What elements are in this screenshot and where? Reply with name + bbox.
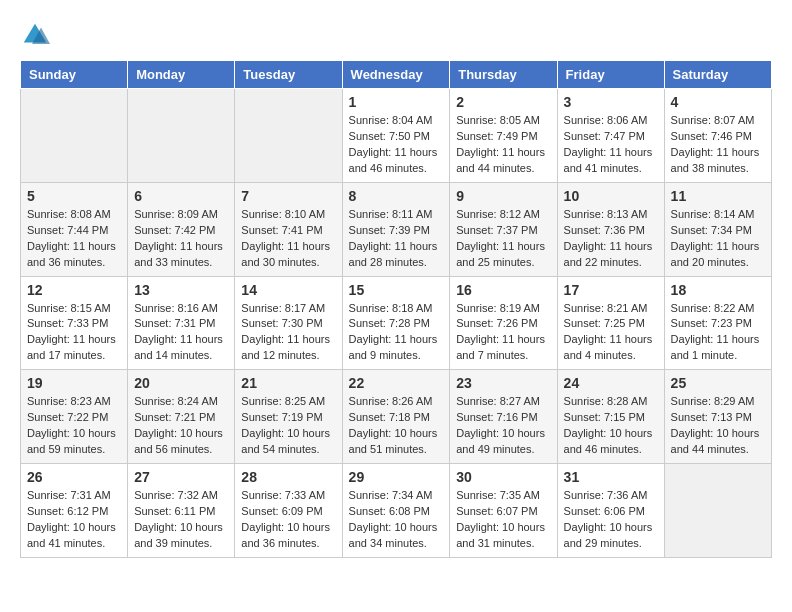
calendar-cell: 22Sunrise: 8:26 AMSunset: 7:18 PMDayligh…: [342, 370, 450, 464]
calendar-cell: 26Sunrise: 7:31 AMSunset: 6:12 PMDayligh…: [21, 464, 128, 558]
day-info: Sunrise: 8:05 AMSunset: 7:49 PMDaylight:…: [456, 113, 550, 177]
day-number: 26: [27, 469, 121, 485]
calendar-cell: [235, 89, 342, 183]
day-number: 31: [564, 469, 658, 485]
calendar-cell: 29Sunrise: 7:34 AMSunset: 6:08 PMDayligh…: [342, 464, 450, 558]
calendar-cell: 14Sunrise: 8:17 AMSunset: 7:30 PMDayligh…: [235, 276, 342, 370]
day-number: 22: [349, 375, 444, 391]
day-info: Sunrise: 8:26 AMSunset: 7:18 PMDaylight:…: [349, 394, 444, 458]
logo: [20, 20, 54, 50]
calendar-week-row: 26Sunrise: 7:31 AMSunset: 6:12 PMDayligh…: [21, 464, 772, 558]
day-number: 16: [456, 282, 550, 298]
day-info: Sunrise: 8:15 AMSunset: 7:33 PMDaylight:…: [27, 301, 121, 365]
calendar-cell: 5Sunrise: 8:08 AMSunset: 7:44 PMDaylight…: [21, 182, 128, 276]
day-number: 12: [27, 282, 121, 298]
calendar-cell: 27Sunrise: 7:32 AMSunset: 6:11 PMDayligh…: [128, 464, 235, 558]
day-info: Sunrise: 8:25 AMSunset: 7:19 PMDaylight:…: [241, 394, 335, 458]
column-header-thursday: Thursday: [450, 61, 557, 89]
calendar-week-row: 5Sunrise: 8:08 AMSunset: 7:44 PMDaylight…: [21, 182, 772, 276]
day-info: Sunrise: 7:36 AMSunset: 6:06 PMDaylight:…: [564, 488, 658, 552]
day-number: 13: [134, 282, 228, 298]
day-info: Sunrise: 8:04 AMSunset: 7:50 PMDaylight:…: [349, 113, 444, 177]
day-number: 3: [564, 94, 658, 110]
day-number: 1: [349, 94, 444, 110]
day-info: Sunrise: 8:09 AMSunset: 7:42 PMDaylight:…: [134, 207, 228, 271]
day-number: 4: [671, 94, 765, 110]
calendar-cell: 12Sunrise: 8:15 AMSunset: 7:33 PMDayligh…: [21, 276, 128, 370]
calendar-table: SundayMondayTuesdayWednesdayThursdayFrid…: [20, 60, 772, 558]
calendar-cell: 7Sunrise: 8:10 AMSunset: 7:41 PMDaylight…: [235, 182, 342, 276]
day-info: Sunrise: 8:21 AMSunset: 7:25 PMDaylight:…: [564, 301, 658, 365]
column-header-tuesday: Tuesday: [235, 61, 342, 89]
calendar-cell: 23Sunrise: 8:27 AMSunset: 7:16 PMDayligh…: [450, 370, 557, 464]
calendar-cell: [128, 89, 235, 183]
day-info: Sunrise: 8:28 AMSunset: 7:15 PMDaylight:…: [564, 394, 658, 458]
day-info: Sunrise: 8:17 AMSunset: 7:30 PMDaylight:…: [241, 301, 335, 365]
calendar-cell: 21Sunrise: 8:25 AMSunset: 7:19 PMDayligh…: [235, 370, 342, 464]
calendar-week-row: 12Sunrise: 8:15 AMSunset: 7:33 PMDayligh…: [21, 276, 772, 370]
calendar-cell: 31Sunrise: 7:36 AMSunset: 6:06 PMDayligh…: [557, 464, 664, 558]
day-number: 29: [349, 469, 444, 485]
day-info: Sunrise: 7:31 AMSunset: 6:12 PMDaylight:…: [27, 488, 121, 552]
day-number: 25: [671, 375, 765, 391]
calendar-cell: 25Sunrise: 8:29 AMSunset: 7:13 PMDayligh…: [664, 370, 771, 464]
calendar-cell: 13Sunrise: 8:16 AMSunset: 7:31 PMDayligh…: [128, 276, 235, 370]
day-number: 14: [241, 282, 335, 298]
calendar-cell: [21, 89, 128, 183]
logo-icon: [20, 20, 50, 50]
day-info: Sunrise: 8:18 AMSunset: 7:28 PMDaylight:…: [349, 301, 444, 365]
day-number: 27: [134, 469, 228, 485]
calendar-cell: 30Sunrise: 7:35 AMSunset: 6:07 PMDayligh…: [450, 464, 557, 558]
day-number: 19: [27, 375, 121, 391]
calendar-cell: 24Sunrise: 8:28 AMSunset: 7:15 PMDayligh…: [557, 370, 664, 464]
day-number: 9: [456, 188, 550, 204]
calendar-header-row: SundayMondayTuesdayWednesdayThursdayFrid…: [21, 61, 772, 89]
day-info: Sunrise: 8:16 AMSunset: 7:31 PMDaylight:…: [134, 301, 228, 365]
day-info: Sunrise: 8:29 AMSunset: 7:13 PMDaylight:…: [671, 394, 765, 458]
day-info: Sunrise: 7:32 AMSunset: 6:11 PMDaylight:…: [134, 488, 228, 552]
day-number: 28: [241, 469, 335, 485]
day-info: Sunrise: 8:22 AMSunset: 7:23 PMDaylight:…: [671, 301, 765, 365]
day-number: 24: [564, 375, 658, 391]
day-number: 21: [241, 375, 335, 391]
day-number: 23: [456, 375, 550, 391]
day-number: 11: [671, 188, 765, 204]
calendar-cell: 16Sunrise: 8:19 AMSunset: 7:26 PMDayligh…: [450, 276, 557, 370]
day-number: 8: [349, 188, 444, 204]
day-number: 2: [456, 94, 550, 110]
day-number: 30: [456, 469, 550, 485]
calendar-cell: 20Sunrise: 8:24 AMSunset: 7:21 PMDayligh…: [128, 370, 235, 464]
day-info: Sunrise: 8:12 AMSunset: 7:37 PMDaylight:…: [456, 207, 550, 271]
calendar-cell: 4Sunrise: 8:07 AMSunset: 7:46 PMDaylight…: [664, 89, 771, 183]
day-info: Sunrise: 8:14 AMSunset: 7:34 PMDaylight:…: [671, 207, 765, 271]
calendar-cell: [664, 464, 771, 558]
day-number: 7: [241, 188, 335, 204]
calendar-cell: 6Sunrise: 8:09 AMSunset: 7:42 PMDaylight…: [128, 182, 235, 276]
day-number: 17: [564, 282, 658, 298]
day-number: 6: [134, 188, 228, 204]
column-header-sunday: Sunday: [21, 61, 128, 89]
calendar-week-row: 19Sunrise: 8:23 AMSunset: 7:22 PMDayligh…: [21, 370, 772, 464]
day-number: 20: [134, 375, 228, 391]
day-number: 18: [671, 282, 765, 298]
calendar-cell: 17Sunrise: 8:21 AMSunset: 7:25 PMDayligh…: [557, 276, 664, 370]
calendar-cell: 18Sunrise: 8:22 AMSunset: 7:23 PMDayligh…: [664, 276, 771, 370]
day-info: Sunrise: 8:27 AMSunset: 7:16 PMDaylight:…: [456, 394, 550, 458]
column-header-monday: Monday: [128, 61, 235, 89]
day-info: Sunrise: 8:11 AMSunset: 7:39 PMDaylight:…: [349, 207, 444, 271]
column-header-saturday: Saturday: [664, 61, 771, 89]
calendar-cell: 8Sunrise: 8:11 AMSunset: 7:39 PMDaylight…: [342, 182, 450, 276]
calendar-cell: 2Sunrise: 8:05 AMSunset: 7:49 PMDaylight…: [450, 89, 557, 183]
day-info: Sunrise: 8:23 AMSunset: 7:22 PMDaylight:…: [27, 394, 121, 458]
calendar-cell: 3Sunrise: 8:06 AMSunset: 7:47 PMDaylight…: [557, 89, 664, 183]
calendar-cell: 1Sunrise: 8:04 AMSunset: 7:50 PMDaylight…: [342, 89, 450, 183]
day-info: Sunrise: 8:19 AMSunset: 7:26 PMDaylight:…: [456, 301, 550, 365]
day-number: 5: [27, 188, 121, 204]
calendar-cell: 19Sunrise: 8:23 AMSunset: 7:22 PMDayligh…: [21, 370, 128, 464]
day-info: Sunrise: 7:34 AMSunset: 6:08 PMDaylight:…: [349, 488, 444, 552]
column-header-friday: Friday: [557, 61, 664, 89]
calendar-cell: 10Sunrise: 8:13 AMSunset: 7:36 PMDayligh…: [557, 182, 664, 276]
column-header-wednesday: Wednesday: [342, 61, 450, 89]
day-info: Sunrise: 7:35 AMSunset: 6:07 PMDaylight:…: [456, 488, 550, 552]
day-info: Sunrise: 8:06 AMSunset: 7:47 PMDaylight:…: [564, 113, 658, 177]
